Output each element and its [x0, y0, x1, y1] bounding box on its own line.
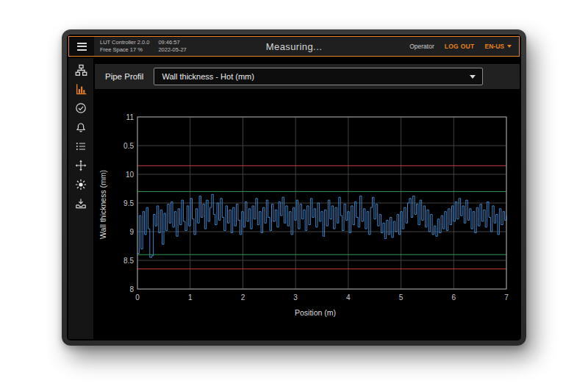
chart-icon — [75, 83, 87, 96]
app-screen: LUT Controller 2.0.0 Free Space 17 % 09:… — [67, 35, 521, 341]
logout-button[interactable]: LOG OUT — [445, 43, 475, 50]
y-tick-label: 10 — [126, 171, 135, 179]
x-tick-label: 0 — [135, 293, 140, 302]
sidebar-item-positioning[interactable] — [74, 159, 88, 172]
move-icon — [75, 160, 87, 171]
page-title: Measuring... — [157, 41, 431, 52]
main-content: Pipe Profil Wall thickness - Hot (mm) Wa… — [95, 58, 520, 339]
series-line — [137, 194, 506, 257]
sidebar-nav — [68, 58, 93, 339]
sidebar-item-profile-chart[interactable] — [74, 82, 88, 96]
profile-dropdown-value: Wall thickness - Hot (mm) — [162, 72, 254, 81]
sidebar-item-log[interactable] — [74, 140, 88, 153]
x-axis-title: Position (m) — [295, 308, 336, 317]
sidebar-item-settings[interactable] — [74, 178, 88, 191]
x-tick-label: 1 — [188, 293, 193, 302]
check-circle-icon — [75, 102, 87, 114]
y-tick-label: 8.5 — [123, 257, 134, 265]
chart-section: Wall thickness (mm) 110.5109.598.5801234… — [95, 99, 520, 339]
y-tick-label: 9 — [129, 228, 134, 236]
wall-thickness-chart: 110.5109.598.5801234567 — [114, 108, 517, 307]
x-tick-label: 5 — [399, 293, 404, 302]
menu-button[interactable] — [69, 37, 94, 56]
sidebar-item-flow[interactable] — [74, 63, 88, 76]
top-bar: LUT Controller 2.0.0 Free Space 17 % 09:… — [68, 36, 520, 57]
flow-icon — [75, 64, 87, 76]
brightness-icon — [75, 179, 87, 190]
sidebar-item-status[interactable] — [74, 101, 88, 115]
x-tick-label: 2 — [241, 293, 245, 302]
chevron-down-icon — [470, 75, 476, 79]
chevron-down-icon — [507, 45, 512, 48]
x-tick-label: 4 — [346, 293, 351, 302]
user-role-label: Operator — [409, 43, 434, 50]
list-icon — [75, 140, 87, 152]
x-tick-label: 7 — [504, 293, 509, 302]
profile-label: Pipe Profil — [105, 72, 143, 81]
x-tick-label: 3 — [293, 293, 298, 302]
language-selector[interactable]: EN-US — [485, 43, 512, 50]
y-tick-label: 11 — [126, 113, 135, 121]
app-version: LUT Controller 2.0.0 — [100, 39, 149, 46]
profile-dropdown[interactable]: Wall thickness - Hot (mm) — [154, 68, 483, 85]
date: 2022-05-27 — [158, 46, 186, 54]
y-tick-label: 8 — [129, 285, 134, 293]
system-info: LUT Controller 2.0.0 Free Space 17 % 09:… — [100, 39, 187, 54]
y-axis-title: Wall thickness (mm) — [98, 170, 107, 239]
y-tick-label: 9.5 — [123, 199, 134, 207]
device-frame: LUT Controller 2.0.0 Free Space 17 % 09:… — [62, 29, 526, 346]
import-icon — [75, 198, 87, 210]
x-tick-label: 6 — [452, 293, 456, 302]
clock: 09:46:57 — [158, 39, 186, 46]
profile-selector-row: Pipe Profil Wall thickness - Hot (mm) — [95, 64, 520, 89]
hamburger-icon — [77, 43, 87, 51]
bell-icon — [75, 121, 87, 133]
free-space: Free Space 17 % — [100, 46, 149, 54]
sidebar-item-import[interactable] — [74, 197, 88, 210]
y-tick-label: 0.5 — [123, 142, 134, 150]
sidebar-item-alarms[interactable] — [74, 121, 88, 134]
language-label: EN-US — [485, 43, 504, 50]
